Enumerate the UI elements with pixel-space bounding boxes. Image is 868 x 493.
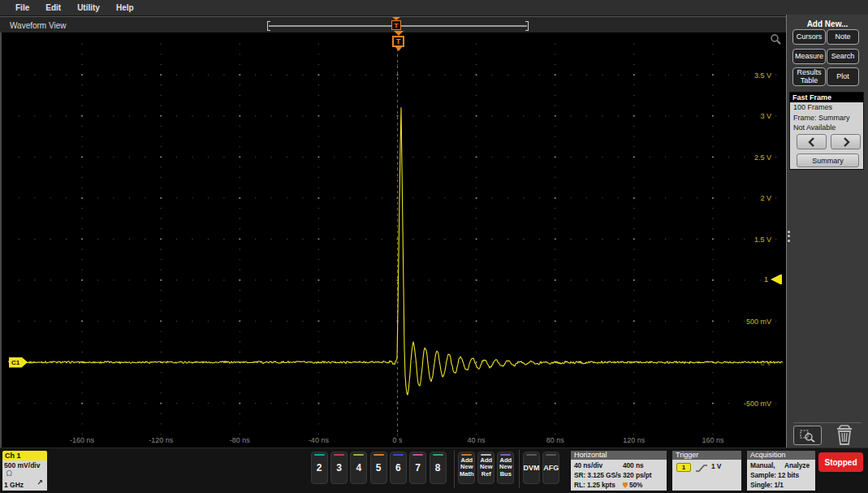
horizontal-panel[interactable]: Horizontal 40 ns/div400 nsSR: 3.125 GS/s… [571,451,667,491]
ch1-waveform-trace [8,108,783,396]
add-new-color-stripe [461,454,472,456]
fast-frame-info-line: Not Available [790,123,863,133]
waveform-chart [2,32,788,448]
channel-color-stripe [353,454,364,456]
horizontal-value: 40 ns/div [574,461,602,469]
coupling-omega-icon [5,469,13,478]
chevron-left-icon [807,136,817,148]
channel-button-4[interactable]: 4 [350,452,367,484]
bottom-settings-bar: Ch 1 500 mV/div 1 GHz 2345678 AddNewMath… [0,448,868,493]
search-button[interactable]: Search [827,49,859,64]
menu-item-help[interactable]: Help [116,3,134,12]
trigger-level-value: 1 V [711,462,721,470]
fast-frame-next-button[interactable] [831,134,861,149]
horizontal-value: RL: 1.25 kpts [574,481,615,489]
horizontal-value: SR: 3.125 GS/s [574,471,621,479]
acquisition-header: Acquisition [747,451,815,460]
acquisition-value: Single: 1/1 [750,481,784,489]
acquisition-value: Sample: 12 bits [750,471,799,479]
channel-button-7[interactable]: 7 [409,452,426,484]
channel-color-stripe [334,454,344,456]
probe-icon [37,474,44,488]
afg-button[interactable]: AFG [542,452,559,484]
channel1-settings-badge[interactable]: Ch 1 500 mV/div 1 GHz [2,451,47,491]
trigger-flag-point [395,47,402,51]
acquisition-value: Analyze [784,461,810,469]
add-new-bus-button[interactable]: AddNewBus [497,452,514,484]
zoom-box-button[interactable] [793,426,822,445]
channel-color-stripe [314,454,325,456]
add-new-color-stripe [500,454,511,456]
trigger-position-mini-marker[interactable]: T [391,17,402,30]
menu-bar: FileEditUtilityHelp [0,0,868,15]
note-button[interactable]: Note [827,29,859,45]
trigger-position-marker[interactable]: T [391,31,405,51]
fast-frame-prev-button[interactable] [797,134,827,149]
channel-button-5[interactable]: 5 [370,452,387,484]
waveform-display[interactable]: 3.5 V3 V2.5 V2 V1.5 V500 mV0 V-500 mV -1… [0,32,787,448]
fast-frame-header[interactable]: Fast Frame [790,93,863,102]
channel-button-6[interactable]: 6 [390,452,407,484]
acquisition-value: Manual, [750,461,775,469]
stopped-button[interactable]: Stopped [818,452,863,472]
fast-frame-panel: Fast Frame 100 FramesFrame: SummaryNot A… [789,92,864,170]
tab-waveform-view[interactable]: Waveform View [10,21,66,30]
horizontal-value: 50% [623,481,642,489]
fast-frame-info-line: 100 Frames [790,102,863,113]
results-table-button[interactable]: Results Table [792,67,826,86]
channel1-title: Ch 1 [2,451,47,461]
trigger-level-label: 1 [764,275,768,283]
add-new-color-stripe [481,454,491,456]
panel-splitter-handle[interactable] [785,228,792,251]
channel-color-stripe [412,454,423,456]
add-new-math-button[interactable]: AddNewMath [458,452,475,484]
fast-frame-summary-button[interactable]: Summary [797,154,859,167]
trigger-header: Trigger [672,451,741,460]
menu-item-edit[interactable]: Edit [45,3,61,12]
trigger-flag: T [392,36,404,47]
channel-button-2[interactable]: 2 [311,452,328,484]
channel-button-3[interactable]: 3 [330,452,348,484]
trigger-source-badge: 1 [676,463,691,472]
preview-right-bracket[interactable] [525,21,529,31]
channel-color-stripe [374,454,384,456]
trigger-level-arrow-icon [771,275,780,284]
trigger-level-marker[interactable]: 1 [764,275,782,285]
add-new-title: Add New... [787,19,868,28]
divider [519,450,520,488]
rising-edge-icon [695,464,708,473]
trash-icon [836,425,853,446]
trash-button[interactable] [834,424,855,446]
chevron-right-icon [841,136,851,148]
horizontal-value: 400 ns [623,461,643,469]
zoom-box-icon [799,429,817,443]
add-new-ref-button[interactable]: AddNewRef [477,452,494,484]
cursors-button[interactable]: Cursors [792,29,826,45]
trigger-mini-flag: T [391,20,401,30]
horizontal-value: 320 ps/pt [623,471,651,479]
channel-color-stripe [433,454,443,456]
menu-item-utility[interactable]: Utility [77,3,100,12]
zoom-icon[interactable] [770,33,782,49]
channel-button-8[interactable]: 8 [430,452,447,484]
divider [454,450,455,488]
trigger-panel[interactable]: Trigger 1 1 V [672,451,741,491]
horizontal-header: Horizontal [571,451,667,460]
divider [793,422,862,423]
channel1-bandwidth: 1 GHz [2,481,24,490]
measure-button[interactable]: Measure [792,49,826,64]
acquisition-panel[interactable]: Acquisition Manual,AnalyzeSample: 12 bit… [747,451,815,491]
trigger-position-icon [623,482,628,488]
plot-button[interactable]: Plot [827,67,859,86]
preview-left-bracket[interactable] [267,21,270,31]
view-tab-bar: Waveform View T [0,16,787,32]
oscilloscope-app: FileEditUtilityHelp Waveform View T 3.5 … [0,0,868,493]
right-panel: Add New... CursorsNoteMeasureSearchResul… [786,15,868,448]
menu-item-file[interactable]: File [15,3,29,12]
channel-color-stripe [393,454,404,456]
dvm-button[interactable]: DVM [523,452,540,484]
fast-frame-info-line: Frame: Summary [790,113,863,123]
